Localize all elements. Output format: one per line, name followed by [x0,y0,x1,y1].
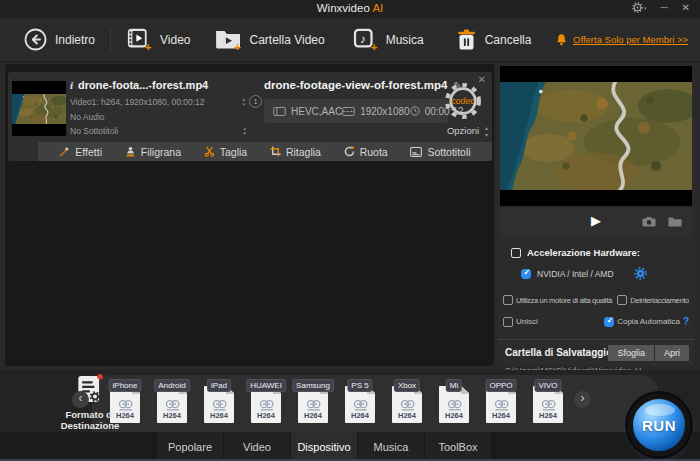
output-filename: drone-footage-view-of-forest.mp4 [264,79,447,91]
add-music-button[interactable]: ♪ + Musica [353,27,424,52]
hw-accel-checkbox[interactable] [511,248,521,258]
titlebar: Winxvideo AI ▾ ─ ✕ [0,0,700,18]
tab-toolbox[interactable]: ToolBox [424,432,492,461]
device-format-item[interactable]: iPad H264 [204,386,234,423]
format-label-line1: Formato di [50,409,130,420]
device-codec-label: H264 [539,411,557,420]
snapshot-camera-icon[interactable] [642,216,656,227]
run-label: RUN [642,417,676,434]
video-track-row[interactable]: Video1: h264, 1920x1080, 00:00:12 ▴▾ 1 [70,95,262,108]
film-reel-icon [400,399,415,411]
film-reel-icon [306,399,321,411]
add-video-folder-icon: + [215,28,242,51]
edit-tab-label: Taglia [220,146,247,158]
edit-tab-sottotitoli[interactable]: Sottotitoli [410,146,470,158]
output-summary-bar: HEVC,AAC 1920x1080 0 [264,99,448,123]
edit-tab-ruota[interactable]: Ruota [344,146,388,158]
file-list-area: i drone-foota...-forest.mp4 Video1: h264… [5,64,494,366]
video-file-card[interactable]: i drone-foota...-forest.mp4 Video1: h264… [8,72,492,161]
remove-file-icon[interactable]: ✕ [478,74,486,85]
audio-track-row: No Audio [70,112,262,122]
video-thumbnail[interactable] [12,81,66,136]
trash-icon [456,28,477,51]
deinterlace-option[interactable]: Deinterlacciamento [617,295,689,305]
back-button[interactable]: Indietro [24,28,95,51]
membership-offer-link[interactable]: Offerta Solo per Membri >> [573,34,688,45]
gear-icon [632,2,643,13]
svg-text:codec: codec [451,96,475,106]
close-button[interactable]: ✕ [682,2,690,13]
tab-label: Musica [374,441,409,453]
add-music-icon: ♪ + [353,27,378,52]
device-name-badge: VIVO [535,380,560,391]
watermark-icon [125,146,136,157]
toolbar-separator [110,27,111,53]
auto-copy-option[interactable]: Copia Automatica ? [604,316,689,327]
crop-icon [270,146,281,157]
source-info: i drone-foota...-forest.mp4 Video1: h264… [70,79,262,136]
device-format-item[interactable]: OPPO H264 [486,386,516,423]
tab-musica[interactable]: Musica [357,432,424,461]
preview-panel: ▶ Accelerazione Hardware: NVIDIA / Intel [497,64,695,366]
app-title-text: Winxvideo [317,2,370,14]
merge-option[interactable]: Unisci [503,317,538,327]
device-codec-label: H264 [163,411,181,420]
codec-gear-icon: codec [443,81,483,121]
options-button[interactable]: codec Opzioni [438,81,488,136]
run-button[interactable]: RUN [628,394,690,456]
add-video-folder-button[interactable]: + Cartella Video [215,28,325,51]
subtitle-dropdown-icon[interactable]: ▴▾ [243,126,246,136]
open-folder-button[interactable]: Apri [655,345,689,361]
gpu-checkbox[interactable] [521,269,531,279]
track-dropdown-icon[interactable]: ▴▾ [242,97,245,107]
play-button[interactable]: ▶ [591,213,601,228]
delete-button[interactable]: Cancella [456,28,532,51]
open-snapshot-folder-icon[interactable] [668,216,682,227]
card-scroll-arrows[interactable]: ▴▾ [485,125,488,139]
resolution-icon [342,107,355,116]
format-file-icon: H264 [157,386,187,423]
device-name-badge: OPPO [486,380,515,391]
device-name-badge: Samsung [293,380,333,391]
device-format-item[interactable]: Mi H264 [439,386,469,423]
auto-copy-checkbox[interactable] [604,317,614,327]
codec-label: HEVC,AAC [291,106,342,117]
edit-tab-ritaglia[interactable]: Ritaglia [270,146,321,158]
merge-checkbox[interactable] [503,317,513,327]
svg-text:♪: ♪ [360,32,366,45]
device-format-item[interactable]: VIVO H264 [533,386,563,423]
deinterlace-label: Deinterlacciamento [630,296,689,305]
device-format-item[interactable]: Samsung H264 [298,386,328,423]
device-format-item[interactable]: Android H264 [157,386,187,423]
edit-tab-effetti[interactable]: Effetti [59,146,102,158]
deinterlace-checkbox[interactable] [617,295,627,305]
format-file-icon: H264 [204,386,234,423]
gpu-settings-gear-icon[interactable] [634,267,647,280]
edit-tab-filigrana[interactable]: Filigrana [125,146,181,158]
device-name-badge: Xbox [395,380,419,391]
device-format-item[interactable]: HUAWEI H264 [251,386,281,423]
browse-button[interactable]: Sfoglia [608,345,654,361]
auto-copy-help-icon[interactable]: ? [683,316,689,327]
edit-tab-label: Ruota [360,146,388,158]
device-format-item[interactable]: PS 5 H264 [345,386,375,423]
device-codec-label: H264 [257,411,275,420]
tab-dispositivo[interactable]: Dispositivo [290,432,357,461]
high-quality-option[interactable]: Utilizza un motore di alta qualità [503,295,612,305]
add-video-button[interactable]: + Video [127,27,190,52]
high-quality-checkbox[interactable] [503,295,513,305]
edit-tab-taglia[interactable]: Taglia [204,146,247,158]
tab-popolare[interactable]: Popolare [156,432,223,461]
subtitle-track-row[interactable]: No Sottotitoli ▴▾ [70,126,262,136]
svg-text:+: + [234,41,241,51]
scroll-left-button[interactable]: ‹ [72,391,89,408]
drone-footage-image [12,94,66,124]
video-track-label: Video1: h264, 1920x1080, 00:00:12 [70,97,205,107]
codec-film-icon [273,107,286,116]
film-reel-icon [259,399,274,411]
device-format-item[interactable]: Xbox H264 [392,386,422,423]
settings-gear-button[interactable]: ▾ [632,2,647,13]
minimize-button[interactable]: ─ [661,2,668,13]
tab-video[interactable]: Video [223,432,290,461]
scroll-right-button[interactable]: › [574,391,591,408]
